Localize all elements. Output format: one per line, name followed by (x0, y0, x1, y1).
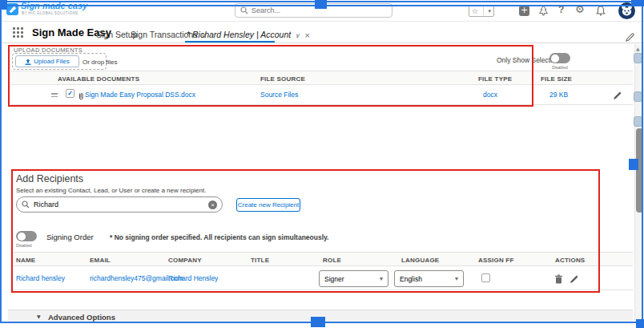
advanced-options-label: Advanced Options (48, 313, 115, 322)
only-show-selected-toggle[interactable] (549, 53, 570, 63)
scrollbar-up-arrow[interactable]: ▲ (636, 46, 640, 51)
recipient-table-row: Richard hensley richardhensley475@gmail.… (11, 266, 633, 290)
check-icon: ✓ (67, 90, 73, 97)
upload-files-button[interactable]: Upload Files (15, 55, 79, 67)
tab-record-label: * Richard Hensley | Account (187, 30, 291, 39)
signing-order-toggle[interactable] (16, 231, 37, 241)
drop-files-label: Or drop files (83, 59, 118, 66)
documents-table-header: AVAILABLE DOCUMENTS FILE SOURCE FILE TYP… (11, 71, 633, 85)
language-select[interactable]: English ▾ (394, 270, 464, 287)
global-search-box[interactable] (235, 3, 392, 18)
assign-ff-checkbox[interactable] (481, 273, 490, 282)
global-header: Sign made easy BY HIC GLOBAL SOLUTIONS ☆… (0, 0, 644, 22)
col-assign-ff[interactable]: ASSIGN FF (478, 257, 513, 264)
recipient-search-input[interactable] (34, 200, 204, 209)
edit-recipient-pencil-icon[interactable] (570, 273, 578, 287)
upload-icon (25, 55, 31, 69)
signing-order-note: * No signing order specified. All recipi… (110, 233, 328, 241)
role-select-value: Signer (324, 275, 344, 283)
file-source-link[interactable]: Source Files (260, 91, 298, 99)
col-file-type[interactable]: FILE TYPE (478, 75, 512, 83)
col-company[interactable]: COMPANY (168, 257, 202, 264)
setup-gear-icon[interactable]: ⚙ (575, 4, 585, 14)
recipient-search-box[interactable]: × (16, 196, 223, 213)
delete-recipient-trash-icon[interactable] (554, 273, 563, 287)
document-name-link[interactable]: Sign Made Easy Proposal DSS.docx (85, 91, 195, 99)
language-select-value: English (400, 275, 422, 283)
paperclip-icon (78, 90, 84, 104)
scrollbar-thumb[interactable] (636, 128, 643, 213)
global-search-input[interactable] (252, 6, 372, 14)
scroll-marker[interactable] (634, 91, 642, 102)
col-file-size[interactable]: FILE SIZE (541, 75, 572, 83)
upload-files-label: Upload Files (34, 58, 69, 65)
signing-order-state: Disabled (16, 243, 37, 248)
advanced-options-bar[interactable]: ▼ Advanced Options (8, 310, 633, 322)
col-file-source[interactable]: FILE SOURCE (260, 75, 305, 83)
scroll-marker[interactable] (634, 53, 642, 63)
help-icon[interactable]: ? (558, 5, 564, 15)
guidance-tree-icon[interactable] (538, 6, 549, 18)
col-available-documents[interactable]: AVAILABLE DOCUMENTS (58, 75, 139, 83)
favorites-control[interactable]: ☆ ▾ (469, 5, 494, 17)
chevron-down-icon[interactable]: ∨ (295, 32, 300, 39)
user-avatar[interactable] (618, 2, 635, 19)
col-email[interactable]: EMAIL (90, 257, 111, 264)
scroll-marker[interactable] (634, 116, 642, 127)
col-actions[interactable]: ACTIONS (555, 257, 585, 264)
col-name[interactable]: NAME (16, 257, 35, 264)
brand-logo-subtitle: BY HIC GLOBAL SOLUTIONS (22, 11, 78, 15)
tab-record-active[interactable]: * Richard Hensley | Account∨× (187, 30, 311, 39)
edit-page-pencil-icon[interactable] (626, 30, 634, 45)
add-recipients-subtitle: Select an existing Contact, Lead, or Use… (16, 187, 206, 194)
file-size-link[interactable]: 29 KB (549, 91, 568, 99)
col-title[interactable]: TITLE (251, 257, 269, 264)
document-checkbox[interactable]: ✓ (66, 89, 74, 98)
search-icon (22, 197, 30, 212)
active-tab-underline (185, 41, 275, 43)
create-new-recipient-button[interactable]: Create new Recipient (236, 198, 300, 212)
drag-handle[interactable] (51, 93, 58, 99)
recipient-company-link[interactable]: Richard Hensley (168, 274, 218, 282)
search-icon (240, 3, 248, 18)
recipient-name-link[interactable]: Richard hensley (16, 274, 65, 282)
file-type-value[interactable]: docx (483, 91, 497, 99)
caret-down-icon: ▾ (380, 275, 383, 282)
edit-document-pencil-icon[interactable] (613, 89, 622, 103)
favorites-caret-icon[interactable]: ▾ (489, 8, 492, 14)
brand-logo-title: Sign made easy (21, 1, 87, 10)
add-recipients-title: Add Recipients (16, 173, 83, 184)
recipients-table-header: NAME EMAIL COMPANY TITLE ROLE LANGUAGE A… (11, 252, 633, 266)
clear-search-icon[interactable]: × (208, 200, 217, 209)
collapse-caret-icon[interactable]: ▼ (37, 314, 41, 319)
quick-create-plus-icon[interactable]: + (519, 6, 529, 16)
caret-down-icon: ▾ (455, 275, 458, 282)
role-select[interactable]: Signer ▾ (319, 270, 388, 287)
create-new-recipient-label: Create new Recipient (238, 201, 299, 209)
close-tab-icon[interactable]: × (304, 31, 311, 39)
app-window: Sign made easy BY HIC GLOBAL SOLUTIONS ☆… (0, 0, 644, 328)
favorites-divider (483, 6, 484, 15)
favorite-star-icon[interactable]: ☆ (472, 7, 478, 15)
notifications-bell-icon[interactable] (596, 6, 606, 18)
col-language[interactable]: LANGUAGE (401, 257, 439, 264)
col-role[interactable]: ROLE (323, 257, 341, 264)
signing-order-label: Signing Order (46, 233, 94, 241)
selection-border-left (0, 0, 2, 323)
app-launcher-icon[interactable] (13, 27, 24, 38)
document-table-row: ✓ Sign Made Easy Proposal DSS.docx Sourc… (11, 85, 633, 105)
only-show-selected-state: Disabled (549, 65, 570, 70)
brand-logo-icon (6, 3, 18, 15)
